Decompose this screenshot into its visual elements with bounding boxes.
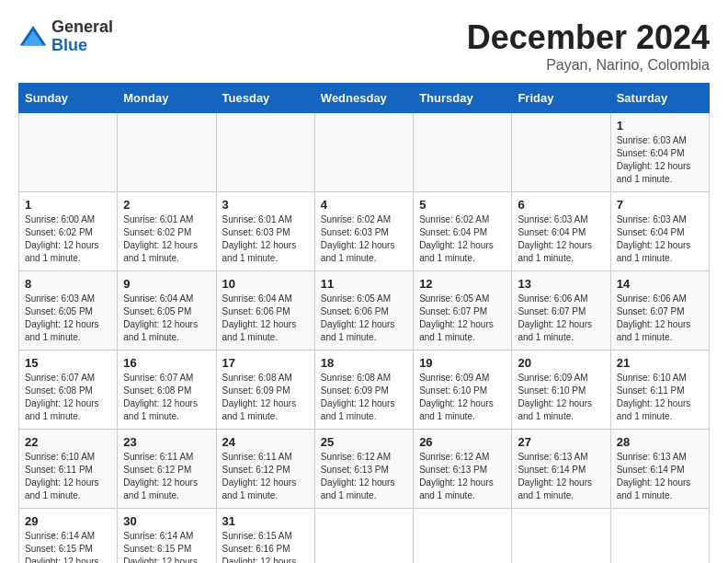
sunrise-label: Sunrise: 6:11 AM — [123, 452, 193, 462]
sunrise-label: Sunrise: 6:14 AM — [25, 531, 95, 541]
daylight-label: Daylight: 12 hours and 1 minute. — [617, 240, 691, 263]
day-info: Sunrise: 6:14 AM Sunset: 6:15 PM Dayligh… — [25, 530, 111, 563]
sunrise-label: Sunrise: 6:03 AM — [617, 135, 687, 145]
calendar-cell: 8 Sunrise: 6:03 AM Sunset: 6:05 PM Dayli… — [19, 271, 118, 350]
sunset-label: Sunset: 6:10 PM — [518, 385, 586, 396]
calendar-cell — [414, 113, 512, 192]
calendar-cell: 26 Sunrise: 6:12 AM Sunset: 6:13 PM Dayl… — [414, 430, 512, 509]
calendar-week-row: 1 Sunrise: 6:03 AM Sunset: 6:04 PM Dayli… — [19, 113, 710, 192]
day-info: Sunrise: 6:03 AM Sunset: 6:05 PM Dayligh… — [25, 293, 111, 344]
logo: General Blue — [18, 18, 113, 55]
calendar-cell: 14 Sunrise: 6:06 AM Sunset: 6:07 PM Dayl… — [610, 271, 709, 350]
calendar-cell: 16 Sunrise: 6:07 AM Sunset: 6:08 PM Dayl… — [118, 350, 216, 430]
sunrise-label: Sunrise: 6:01 AM — [222, 214, 292, 224]
day-info: Sunrise: 6:15 AM Sunset: 6:16 PM Dayligh… — [222, 530, 309, 563]
sunset-label: Sunset: 6:13 PM — [419, 465, 487, 475]
day-number: 23 — [123, 435, 210, 449]
calendar-cell — [314, 113, 413, 192]
sunset-label: Sunset: 6:07 PM — [617, 306, 685, 316]
day-number: 27 — [518, 435, 604, 449]
weekday-header: Tuesday — [216, 84, 314, 113]
sunset-label: Sunset: 6:06 PM — [321, 306, 389, 316]
daylight-label: Daylight: 12 hours and 1 minute. — [222, 477, 297, 500]
day-info: Sunrise: 6:09 AM Sunset: 6:10 PM Dayligh… — [419, 372, 506, 423]
calendar-cell: 21 Sunrise: 6:10 AM Sunset: 6:11 PM Dayl… — [610, 350, 709, 430]
calendar-cell: 24 Sunrise: 6:11 AM Sunset: 6:12 PM Dayl… — [216, 430, 314, 509]
sunset-label: Sunset: 6:15 PM — [25, 544, 93, 554]
calendar-cell: 29 Sunrise: 6:14 AM Sunset: 6:15 PM Dayl… — [19, 509, 118, 564]
sunrise-label: Sunrise: 6:12 AM — [419, 452, 489, 462]
sunrise-label: Sunrise: 6:07 AM — [25, 373, 95, 383]
sunset-label: Sunset: 6:12 PM — [222, 465, 290, 475]
sunset-label: Sunset: 6:04 PM — [518, 227, 586, 237]
calendar-cell: 25 Sunrise: 6:12 AM Sunset: 6:13 PM Dayl… — [314, 430, 413, 509]
sunset-label: Sunset: 6:10 PM — [419, 385, 487, 396]
day-info: Sunrise: 6:13 AM Sunset: 6:14 PM Dayligh… — [617, 451, 703, 502]
calendar-cell: 18 Sunrise: 6:08 AM Sunset: 6:09 PM Dayl… — [314, 350, 413, 430]
day-info: Sunrise: 6:05 AM Sunset: 6:07 PM Dayligh… — [419, 293, 506, 344]
calendar-cell: 31 Sunrise: 6:15 AM Sunset: 6:16 PM Dayl… — [216, 509, 314, 564]
sunset-label: Sunset: 6:14 PM — [518, 465, 586, 475]
day-info: Sunrise: 6:08 AM Sunset: 6:09 PM Dayligh… — [222, 372, 309, 423]
calendar-week-row: 29 Sunrise: 6:14 AM Sunset: 6:15 PM Dayl… — [19, 509, 710, 564]
sunrise-label: Sunrise: 6:10 AM — [617, 373, 687, 383]
day-number: 1 — [25, 198, 111, 212]
daylight-label: Daylight: 12 hours and 1 minute. — [321, 319, 395, 342]
sunrise-label: Sunrise: 6:03 AM — [25, 293, 95, 304]
sunset-label: Sunset: 6:15 PM — [123, 544, 191, 554]
day-number: 29 — [25, 514, 111, 528]
day-number: 17 — [222, 356, 309, 370]
subtitle: Payan, Narino, Colombia — [467, 57, 710, 74]
sunrise-label: Sunrise: 6:08 AM — [321, 373, 391, 383]
daylight-label: Daylight: 12 hours and 1 minute. — [321, 240, 395, 263]
daylight-label: Daylight: 12 hours and 1 minute. — [419, 398, 494, 421]
sunset-label: Sunset: 6:02 PM — [25, 227, 93, 237]
sunrise-label: Sunrise: 6:12 AM — [321, 452, 391, 462]
day-info: Sunrise: 6:04 AM Sunset: 6:05 PM Dayligh… — [123, 293, 210, 344]
day-number: 14 — [617, 277, 703, 291]
calendar-cell — [512, 113, 610, 192]
daylight-label: Daylight: 12 hours and 1 minute. — [321, 398, 395, 421]
calendar-header-row: SundayMondayTuesdayWednesdayThursdayFrid… — [19, 84, 710, 113]
day-info: Sunrise: 6:14 AM Sunset: 6:15 PM Dayligh… — [123, 530, 210, 563]
calendar-cell — [610, 509, 709, 564]
calendar-week-row: 8 Sunrise: 6:03 AM Sunset: 6:05 PM Dayli… — [19, 271, 710, 350]
day-number: 5 — [419, 198, 506, 212]
sunset-label: Sunset: 6:08 PM — [123, 385, 191, 396]
sunrise-label: Sunrise: 6:13 AM — [518, 452, 587, 462]
sunset-label: Sunset: 6:06 PM — [222, 306, 290, 316]
calendar-cell — [414, 509, 512, 564]
day-info: Sunrise: 6:01 AM Sunset: 6:03 PM Dayligh… — [222, 213, 309, 265]
day-info: Sunrise: 6:03 AM Sunset: 6:04 PM Dayligh… — [518, 213, 604, 265]
sunset-label: Sunset: 6:04 PM — [617, 148, 685, 158]
day-number: 3 — [222, 198, 309, 212]
logo-blue-text: Blue — [51, 37, 113, 55]
calendar-cell: 11 Sunrise: 6:05 AM Sunset: 6:06 PM Dayl… — [314, 271, 413, 350]
day-info: Sunrise: 6:06 AM Sunset: 6:07 PM Dayligh… — [617, 293, 703, 344]
sunset-label: Sunset: 6:09 PM — [321, 385, 389, 396]
sunrise-label: Sunrise: 6:09 AM — [419, 373, 489, 383]
daylight-label: Daylight: 12 hours and 1 minute. — [617, 161, 691, 184]
daylight-label: Daylight: 12 hours and 1 minute. — [25, 477, 99, 500]
sunrise-label: Sunrise: 6:03 AM — [518, 214, 587, 224]
calendar-week-row: 15 Sunrise: 6:07 AM Sunset: 6:08 PM Dayl… — [19, 350, 710, 430]
sunrise-label: Sunrise: 6:08 AM — [222, 373, 292, 383]
day-info: Sunrise: 6:02 AM Sunset: 6:04 PM Dayligh… — [419, 213, 506, 265]
daylight-label: Daylight: 12 hours and 1 minute. — [419, 319, 494, 342]
day-info: Sunrise: 6:06 AM Sunset: 6:07 PM Dayligh… — [518, 293, 604, 344]
day-info: Sunrise: 6:07 AM Sunset: 6:08 PM Dayligh… — [25, 372, 111, 423]
logo-general-text: General — [51, 18, 113, 37]
sunset-label: Sunset: 6:07 PM — [419, 306, 487, 316]
sunset-label: Sunset: 6:08 PM — [25, 385, 93, 396]
title-area: December 2024 Payan, Narino, Colombia — [467, 18, 710, 74]
day-info: Sunrise: 6:09 AM Sunset: 6:10 PM Dayligh… — [518, 372, 604, 423]
sunset-label: Sunset: 6:07 PM — [518, 306, 586, 316]
calendar-table: SundayMondayTuesdayWednesdayThursdayFrid… — [18, 83, 710, 563]
sunset-label: Sunset: 6:16 PM — [222, 544, 290, 554]
daylight-label: Daylight: 12 hours and 1 minute. — [518, 398, 592, 421]
day-number: 1 — [617, 119, 703, 132]
daylight-label: Daylight: 12 hours and 1 minute. — [518, 319, 592, 342]
sunrise-label: Sunrise: 6:07 AM — [123, 373, 193, 383]
daylight-label: Daylight: 12 hours and 1 minute. — [222, 398, 297, 421]
daylight-label: Daylight: 12 hours and 1 minute. — [123, 477, 198, 500]
